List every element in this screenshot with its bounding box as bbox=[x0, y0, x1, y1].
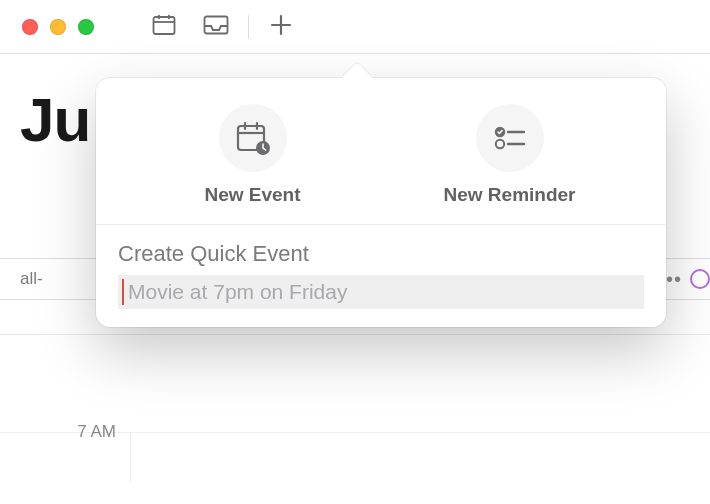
event-circle-icon[interactable] bbox=[690, 269, 710, 289]
hour-divider bbox=[130, 433, 131, 482]
quick-event-title: Create Quick Event bbox=[118, 241, 644, 267]
calendar-icon bbox=[152, 14, 176, 40]
hour-label: 7 AM bbox=[0, 422, 130, 471]
calendars-toolbar-button[interactable] bbox=[138, 9, 190, 45]
titlebar bbox=[0, 0, 710, 54]
grid-line bbox=[0, 334, 710, 335]
window-controls bbox=[22, 19, 94, 35]
minimize-window-button[interactable] bbox=[50, 19, 66, 35]
new-event-button[interactable]: New Event bbox=[124, 104, 381, 206]
quick-event-section: Create Quick Event Movie at 7pm on Frida… bbox=[96, 225, 666, 309]
quick-event-input[interactable]: Movie at 7pm on Friday bbox=[118, 275, 644, 309]
zoom-window-button[interactable] bbox=[78, 19, 94, 35]
calendar-add-icon bbox=[219, 104, 287, 172]
plus-icon bbox=[270, 14, 292, 40]
svg-rect-4 bbox=[205, 16, 228, 33]
reminder-list-icon bbox=[476, 104, 544, 172]
toolbar-separator bbox=[248, 15, 249, 39]
tray-icon bbox=[203, 15, 229, 39]
svg-rect-0 bbox=[154, 17, 175, 34]
hour-row-7am: 7 AM bbox=[0, 432, 710, 482]
text-cursor bbox=[122, 279, 124, 305]
new-reminder-button[interactable]: New Reminder bbox=[381, 104, 638, 206]
quick-event-placeholder: Movie at 7pm on Friday bbox=[118, 280, 347, 304]
new-reminder-label: New Reminder bbox=[444, 184, 576, 206]
new-event-popover: New Event New Reminder Create Quick Even… bbox=[96, 78, 666, 327]
all-day-label: all- bbox=[0, 269, 43, 289]
month-heading: Ju bbox=[20, 84, 90, 155]
new-event-label: New Event bbox=[204, 184, 300, 206]
svg-point-13 bbox=[495, 140, 503, 148]
inbox-toolbar-button[interactable] bbox=[190, 9, 242, 45]
toolbar bbox=[138, 9, 307, 45]
close-window-button[interactable] bbox=[22, 19, 38, 35]
add-toolbar-button[interactable] bbox=[255, 9, 307, 45]
